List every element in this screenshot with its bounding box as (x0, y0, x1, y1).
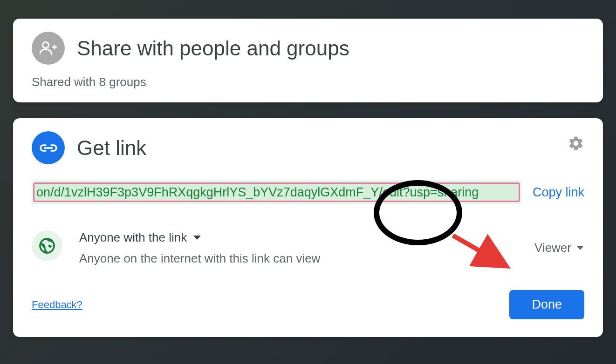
access-row: Anyone with the link Anyone on the inter… (32, 230, 584, 266)
link-header-row: Get link (32, 131, 584, 164)
role-label: Viewer (534, 241, 571, 255)
access-text-block: Anyone with the link Anyone on the inter… (79, 230, 518, 266)
person-add-icon (32, 32, 65, 65)
svg-point-0 (42, 42, 48, 48)
link-settings-button[interactable] (568, 135, 584, 154)
get-link-title: Get link (77, 136, 146, 160)
share-header-row: Share with people and groups (32, 32, 584, 65)
share-title: Share with people and groups (77, 37, 349, 60)
chevron-down-icon (577, 246, 583, 250)
scope-description: Anyone on the internet with this link ca… (79, 251, 518, 266)
link-icon (32, 131, 65, 164)
chevron-down-icon (193, 236, 201, 240)
feedback-link[interactable]: Feedback? (32, 299, 82, 311)
get-link-card: Get link on/d/1vzlH39F3p3V9FhRXqgkgHrlYS… (13, 118, 603, 337)
share-people-card: Share with people and groups Shared with… (13, 19, 603, 102)
shared-with-text: Shared with 8 groups (32, 75, 584, 89)
link-url-row: on/d/1vzlH39F3p3V9FhRXqgkgHrlYS_bYVz7daq… (32, 180, 584, 204)
scope-dropdown[interactable]: Anyone with the link (79, 230, 518, 245)
globe-icon (32, 230, 62, 261)
link-url-input[interactable]: on/d/1vzlH39F3p3V9FhRXqgkgHrlYS_bYVz7daq… (33, 182, 520, 202)
footer-row: Feedback? Done (32, 290, 584, 319)
done-button[interactable]: Done (509, 290, 584, 319)
copy-link-button[interactable]: Copy link (533, 185, 584, 200)
scope-label: Anyone with the link (79, 230, 187, 245)
gear-icon (568, 135, 584, 152)
role-dropdown[interactable]: Viewer (534, 241, 583, 255)
link-url-box: on/d/1vzlH39F3p3V9FhRXqgkgHrlYS_bYVz7daq… (32, 180, 521, 204)
